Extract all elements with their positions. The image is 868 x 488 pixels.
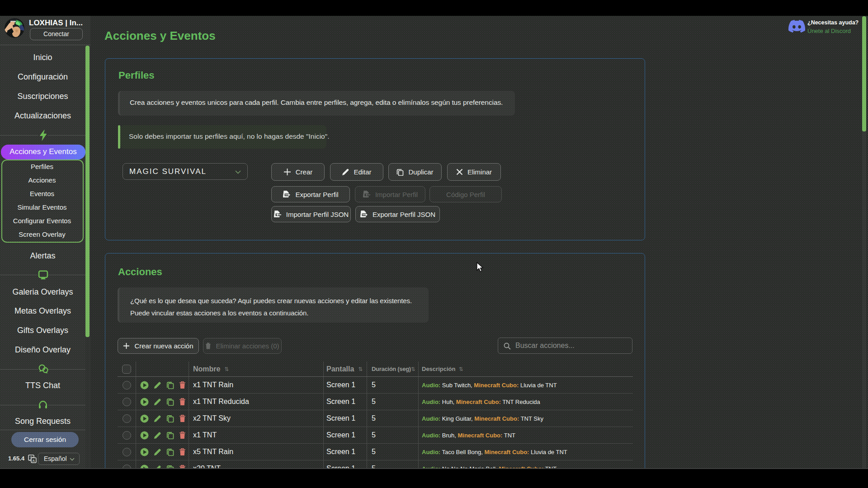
svg-text:A: A bbox=[33, 459, 35, 463]
